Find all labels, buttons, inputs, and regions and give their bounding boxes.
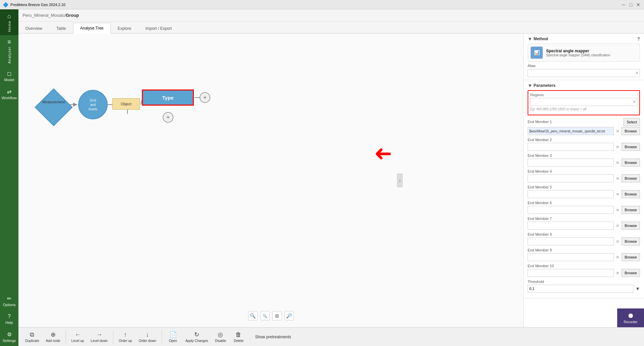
end-member-3-clear-icon[interactable]: ✕: [615, 160, 620, 165]
sidebar-label-home: Home: [7, 21, 11, 32]
sidebar-item-model[interactable]: ◻ Model: [0, 67, 18, 85]
sidebar-item-settings[interactable]: ⚙ Settings: [0, 328, 18, 346]
method-help-icon[interactable]: ?: [637, 36, 640, 42]
delete-button[interactable]: 🗑 Delete: [230, 330, 247, 344]
close-button[interactable]: ✕: [635, 2, 641, 8]
end-member-2-clear-icon[interactable]: ✕: [615, 145, 620, 150]
zoom-fit-button[interactable]: ⊞: [272, 311, 282, 321]
workflow-icon: ⇄: [7, 89, 11, 95]
end-member-5-browse-button[interactable]: Browse: [622, 190, 640, 198]
alias-label: Alias: [528, 64, 640, 68]
select-button[interactable]: Select: [624, 118, 640, 126]
open-button[interactable]: 📄 Open: [165, 330, 181, 344]
threshold-label: Threshold: [528, 280, 640, 284]
sidebar-item-options[interactable]: ✏ Options: [0, 292, 18, 310]
parameters-collapse-icon[interactable]: ▼: [528, 83, 532, 88]
end-member-8-input[interactable]: [528, 237, 614, 245]
end-member-6-input[interactable]: [528, 206, 614, 214]
show-pretreatments[interactable]: Show pretreatments: [255, 335, 291, 339]
zoom-out-button[interactable]: 🔍: [260, 311, 270, 321]
order-up-label: Order up: [119, 339, 132, 343]
tab-overview[interactable]: Overview: [18, 23, 49, 34]
end-member-10-input-row: ✕ Browse: [528, 269, 640, 277]
node-grid[interactable]: Gridandinsets: [78, 90, 108, 119]
main-area: ⌂ Home ≡ Analyzer ◻ Model ⇄ Workflow ✏ O…: [0, 9, 644, 346]
node-plus-after-type[interactable]: +: [200, 92, 210, 103]
zoom-in-button[interactable]: 🔍: [248, 311, 258, 321]
panel-chevron[interactable]: ›: [397, 174, 402, 187]
end-member-4-input-row: ✕ Browse: [528, 174, 640, 182]
alias-clear-icon[interactable]: ✕: [635, 71, 639, 75]
regions-input[interactable]: [530, 98, 637, 106]
end-member-2-input[interactable]: [528, 143, 614, 151]
level-down-button[interactable]: → Level down: [88, 330, 110, 344]
end-member-10-clear-icon[interactable]: ✕: [615, 271, 620, 276]
recorder-button[interactable]: ⏺ Recorder: [617, 308, 644, 327]
node-object[interactable]: Object: [112, 98, 140, 110]
end-member-8-row: End Member 8 ✕ Browse: [528, 232, 640, 245]
node-plus-below[interactable]: +: [163, 112, 173, 123]
apply-changes-button[interactable]: ↻ Apply Changes: [183, 330, 211, 344]
end-member-7-browse-button[interactable]: Browse: [622, 222, 640, 230]
end-member-3-browse-button[interactable]: Browse: [622, 159, 640, 167]
end-member-8-label: End Member 8: [528, 232, 640, 236]
end-member-3-input[interactable]: [528, 159, 614, 167]
method-collapse-icon[interactable]: ▼: [528, 36, 532, 42]
end-member-9-browse-button[interactable]: Browse: [622, 253, 640, 261]
end-member-8-browse-button[interactable]: Browse: [622, 237, 640, 245]
level-up-button[interactable]: ← Level up: [69, 330, 87, 344]
duplicate-button[interactable]: ⧉ Duplicate: [22, 330, 42, 344]
order-up-button[interactable]: ↑ Order up: [116, 330, 135, 344]
end-member-8-clear-icon[interactable]: ✕: [615, 239, 620, 244]
end-member-2-row: End Member 2 ✕ Browse: [528, 138, 640, 151]
end-member-6-clear-icon[interactable]: ✕: [615, 208, 620, 213]
order-down-button[interactable]: ↓ Order down: [136, 330, 159, 344]
end-member-10-browse-button[interactable]: Browse: [622, 269, 640, 277]
minimize-button[interactable]: ─: [621, 2, 627, 8]
threshold-dropdown-icon[interactable]: ▼: [635, 286, 640, 291]
zoom-out2-button[interactable]: 🔎: [284, 311, 294, 321]
end-member-6-browse-button[interactable]: Browse: [622, 206, 640, 214]
end-member-4-clear-icon[interactable]: ✕: [615, 176, 620, 181]
titlebar: 🔷 Prediktera Breeze Geo 2024.2.10 ─ □ ✕: [0, 0, 644, 9]
end-member-9-input[interactable]: [528, 253, 614, 261]
end-member-1-label: End Member 1: [528, 120, 552, 124]
end-member-1-clear-icon[interactable]: ✕: [615, 129, 620, 134]
end-member-9-clear-icon[interactable]: ✕: [615, 255, 620, 260]
tab-analyse-tree[interactable]: Analyse Tree: [73, 23, 111, 34]
tab-explore[interactable]: Explore: [111, 23, 139, 34]
sidebar-item-home[interactable]: ⌂ Home: [0, 9, 18, 35]
regions-clear-icon[interactable]: ✕: [633, 100, 636, 104]
zoom-controls: 🔍 🔍 ⊞ 🔎: [248, 311, 294, 321]
end-member-4-browse-button[interactable]: Browse: [622, 174, 640, 182]
end-member-1-input[interactable]: [528, 127, 614, 135]
apply-changes-icon: ↻: [194, 331, 199, 338]
sidebar-item-analyzer[interactable]: ≡ Analyzer: [0, 35, 18, 67]
toolbar-sep-1: [66, 330, 66, 344]
tab-table[interactable]: Table: [49, 23, 73, 34]
maximize-button[interactable]: □: [628, 2, 634, 8]
sidebar-item-help[interactable]: ? Help: [0, 310, 18, 328]
node-type[interactable]: Type: [142, 90, 194, 106]
workflow-canvas[interactable]: Measurement Gridandinsets Object Type: [18, 34, 523, 327]
method-name: Spectral angle mapper: [546, 49, 610, 53]
tab-import-export[interactable]: Import / Export: [138, 23, 179, 34]
end-member-5-input[interactable]: [528, 190, 614, 198]
add-node-button[interactable]: ⊕ Add node: [43, 330, 63, 344]
end-member-2-browse-button[interactable]: Browse: [622, 143, 640, 151]
end-member-7-clear-icon[interactable]: ✕: [615, 223, 620, 228]
analyzer-icon: ≡: [7, 39, 11, 46]
end-member-6-row: End Member 6 ✕ Browse: [528, 201, 640, 214]
end-member-7-input[interactable]: [528, 222, 614, 230]
threshold-input[interactable]: [528, 285, 634, 293]
disable-button[interactable]: ◎ Disable: [212, 330, 229, 344]
end-member-10-input[interactable]: [528, 269, 614, 277]
level-up-icon: ←: [74, 331, 80, 338]
node-measurement[interactable]: [35, 88, 72, 126]
red-arrow-annotation: ➜: [374, 141, 392, 166]
end-member-1-browse-button[interactable]: Browse: [622, 127, 640, 135]
sidebar-item-workflow[interactable]: ⇄ Workflow: [0, 85, 18, 103]
end-member-5-clear-icon[interactable]: ✕: [615, 192, 620, 197]
alias-input[interactable]: [528, 69, 640, 77]
end-member-4-input[interactable]: [528, 174, 614, 182]
